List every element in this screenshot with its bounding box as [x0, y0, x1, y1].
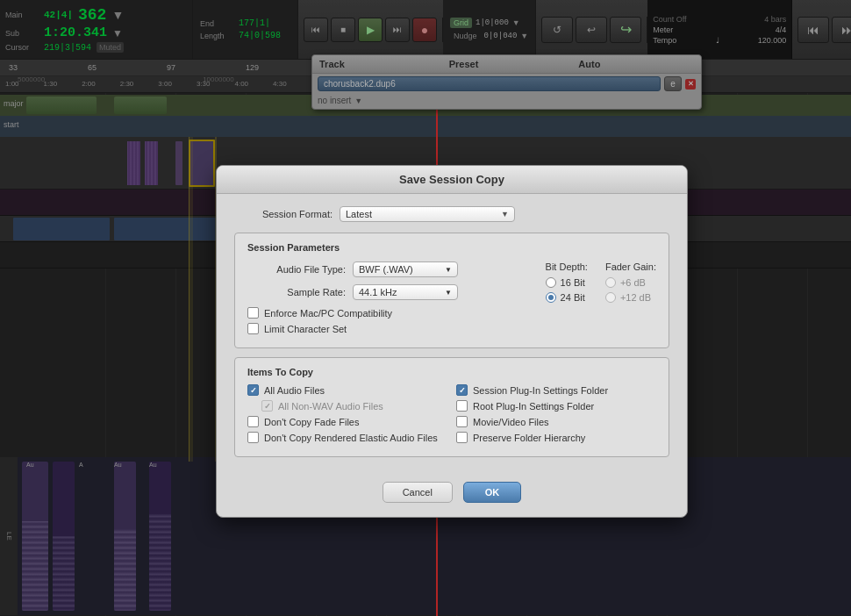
all-non-wav-checkbox: ✓	[261, 400, 273, 412]
movie-video-checkbox[interactable]	[456, 416, 468, 427]
sample-rate-arrow-icon: ▼	[445, 289, 452, 297]
items-right-col: ✓ Session Plug-In Settings Folder Root P…	[456, 384, 656, 448]
params-left: Audio File Type: BWF (.WAV) ▼ Sample Rat…	[247, 261, 528, 339]
session-format-label: Session Format:	[234, 209, 340, 219]
check-disabled-icon: ✓	[264, 402, 271, 411]
fader-gain-6-label: +6 dB	[620, 277, 646, 288]
check-icon-2: ✓	[459, 386, 466, 395]
fader-gain-12-label: +12 dB	[620, 292, 651, 303]
session-params-title: Session Parameters	[247, 242, 656, 253]
limit-charset-label: Limit Character Set	[264, 324, 347, 334]
root-plugin-settings-label: Root Plug-In Settings Folder	[473, 401, 594, 412]
session-plugin-settings-item: ✓ Session Plug-In Settings Folder	[456, 384, 656, 396]
audio-file-type-arrow-icon: ▼	[445, 266, 452, 274]
audio-file-type-select[interactable]: BWF (.WAV) ▼	[353, 261, 458, 277]
dont-copy-rendered-item: Don't Copy Rendered Elastic Audio Files	[247, 432, 447, 443]
session-format-arrow-icon: ▼	[501, 210, 509, 218]
session-format-row: Session Format: Latest ▼	[234, 206, 669, 222]
session-plugin-settings-checkbox[interactable]: ✓	[456, 384, 468, 396]
save-session-copy-dialog: Save Session Copy Session Format: Latest…	[216, 165, 688, 518]
items-to-copy-title: Items To Copy	[247, 367, 656, 377]
limit-charset-checkbox[interactable]	[247, 323, 259, 334]
session-format-select[interactable]: Latest ▼	[340, 206, 515, 222]
fader-gain-6-radio-item: +6 dB	[605, 277, 656, 288]
params-right: Bit Depth: 16 Bit 24 Bit	[546, 261, 656, 339]
items-to-copy-section: Items To Copy ✓ All Audio Files ✓	[234, 357, 669, 457]
items-left-col: ✓ All Audio Files ✓ All Non-WAV Audio Fi…	[247, 384, 447, 448]
audio-file-type-value: BWF (.WAV)	[359, 264, 413, 275]
sample-rate-value: 44.1 kHz	[359, 287, 397, 297]
fader-gain-12-radio-item: +12 dB	[605, 292, 656, 303]
dialog-footer: Cancel OK	[217, 482, 687, 517]
movie-video-item: Movie/Video Files	[456, 416, 656, 427]
preserve-hierarchy-label: Preserve Folder Hierarchy	[473, 433, 585, 443]
root-plugin-settings-checkbox[interactable]	[456, 400, 468, 412]
audio-file-type-label: Audio File Type:	[247, 264, 353, 275]
dont-copy-fade-checkbox[interactable]	[247, 416, 259, 427]
dont-copy-fade-label: Don't Copy Fade Files	[264, 417, 359, 427]
ok-button[interactable]: OK	[463, 482, 522, 503]
root-plugin-settings-item: Root Plug-In Settings Folder	[456, 400, 656, 412]
radio-selected-dot	[548, 295, 554, 300]
bit-depth-16-radio-item: 16 Bit	[546, 277, 588, 288]
all-non-wav-label: All Non-WAV Audio Files	[278, 401, 383, 412]
preserve-hierarchy-checkbox[interactable]	[456, 432, 468, 443]
dont-copy-rendered-label: Don't Copy Rendered Elastic Audio Files	[264, 433, 438, 443]
movie-video-label: Movie/Video Files	[473, 417, 549, 427]
fader-gain-6-radio[interactable]	[605, 277, 616, 288]
audio-file-type-row: Audio File Type: BWF (.WAV) ▼	[247, 261, 528, 277]
fader-gain-12-radio[interactable]	[605, 292, 616, 303]
items-columns: ✓ All Audio Files ✓ All Non-WAV Audio Fi…	[247, 384, 656, 448]
enforce-macpc-row: Enforce Mac/PC Compatibility	[247, 307, 528, 319]
bit-depth-24-radio[interactable]	[546, 292, 556, 303]
fader-gain-label: Fader Gain:	[605, 261, 656, 272]
check-icon: ✓	[250, 386, 257, 395]
session-format-value: Latest	[346, 209, 372, 219]
all-audio-files-label: All Audio Files	[264, 385, 325, 396]
limit-charset-row: Limit Character Set	[247, 323, 528, 334]
dont-copy-fade-item: Don't Copy Fade Files	[247, 416, 447, 427]
bit-depth-16-radio[interactable]	[546, 277, 556, 288]
dialog-title: Save Session Copy	[217, 166, 687, 194]
all-audio-files-item: ✓ All Audio Files	[247, 384, 447, 396]
session-plugin-settings-label: Session Plug-In Settings Folder	[473, 385, 608, 396]
enforce-macpc-checkbox[interactable]	[247, 307, 259, 319]
params-columns: Audio File Type: BWF (.WAV) ▼ Sample Rat…	[247, 261, 656, 339]
sample-rate-select[interactable]: 44.1 kHz ▼	[353, 284, 458, 300]
bit-depth-label: Bit Depth:	[546, 261, 588, 272]
session-parameters-section: Session Parameters Audio File Type: BWF …	[234, 233, 669, 348]
bit-depth-24-label: 24 Bit	[561, 292, 585, 303]
fader-gain-group: Fader Gain: +6 dB +12 dB	[605, 261, 656, 339]
bit-depth-16-label: 16 Bit	[561, 277, 585, 288]
bit-depth-group: Bit Depth: 16 Bit 24 Bit	[546, 261, 588, 339]
preserve-hierarchy-item: Preserve Folder Hierarchy	[456, 432, 656, 443]
dont-copy-rendered-checkbox[interactable]	[247, 432, 259, 443]
all-audio-files-checkbox[interactable]: ✓	[247, 384, 259, 396]
sample-rate-row: Sample Rate: 44.1 kHz ▼	[247, 284, 528, 300]
enforce-macpc-label: Enforce Mac/PC Compatibility	[264, 308, 392, 319]
all-non-wav-item: ✓ All Non-WAV Audio Files	[261, 400, 447, 412]
cancel-button[interactable]: Cancel	[383, 482, 453, 503]
dialog-body: Session Format: Latest ▼ Session Paramet…	[217, 194, 687, 482]
bit-depth-24-radio-item: 24 Bit	[546, 292, 588, 303]
sample-rate-label: Sample Rate:	[247, 287, 353, 297]
